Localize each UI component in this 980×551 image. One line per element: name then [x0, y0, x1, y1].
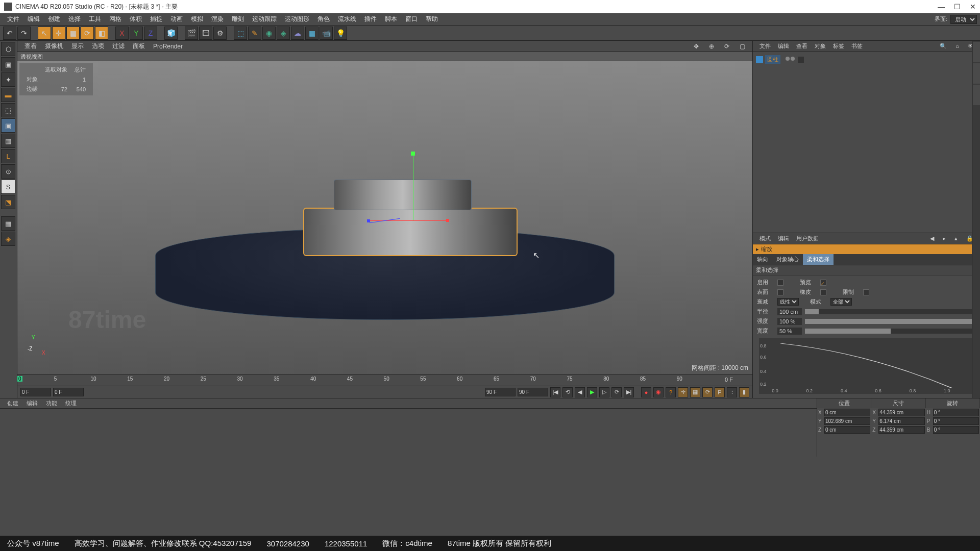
snap-button[interactable]: S [1, 180, 15, 194]
object-tree[interactable]: 圆柱 [753, 52, 980, 233]
view-zoom-icon[interactable]: ⊕ [705, 42, 718, 51]
edge-mode-button[interactable]: ▣ [1, 118, 15, 133]
mat-create[interactable]: 创建 [3, 398, 22, 408]
key-scale-button[interactable]: ▦ [690, 387, 700, 397]
mode-select[interactable]: 全部 [830, 298, 852, 306]
point-mode-button[interactable]: ⬚ [1, 103, 15, 117]
scale-tool[interactable]: ▦ [66, 27, 80, 40]
om-search-icon[interactable]: 🔍 [936, 42, 950, 51]
move-tool[interactable]: ✛ [52, 27, 65, 40]
menu-anim[interactable]: 动画 [166, 13, 187, 25]
size-y-field[interactable] [878, 417, 924, 425]
render-view-button[interactable]: 🎬 [185, 27, 198, 40]
phong-tag-icon[interactable] [798, 57, 804, 63]
size-x-field[interactable] [878, 409, 924, 416]
key-rot-button[interactable]: ⟳ [702, 387, 713, 397]
texture-mode-button[interactable]: ✦ [1, 72, 15, 87]
am-userdata[interactable]: 用户数据 [793, 234, 822, 243]
pos-z-field[interactable] [824, 426, 870, 434]
menu-help[interactable]: 帮助 [422, 13, 442, 25]
menu-tracker[interactable]: 运动跟踪 [248, 13, 281, 25]
menu-sim[interactable]: 模拟 [187, 13, 207, 25]
size-z-field[interactable] [878, 426, 924, 434]
axis-y-button[interactable]: Y [130, 27, 143, 40]
menu-volume[interactable]: 体积 [126, 13, 146, 25]
menu-tools[interactable]: 工具 [85, 13, 105, 25]
om-edit[interactable]: 编辑 [774, 41, 793, 51]
minimize-button[interactable]: — [938, 3, 945, 11]
falloff-select[interactable]: 线性 [777, 298, 799, 306]
start-frame-field[interactable] [20, 388, 51, 396]
object-row-cylinder[interactable]: 圆柱 [755, 54, 978, 65]
menu-file[interactable]: 文件 [3, 13, 23, 25]
undo-button[interactable]: ↶ [3, 27, 16, 40]
strength-value[interactable]: 100 % [777, 318, 802, 325]
attr-tab-axis[interactable]: 轴向 [753, 254, 772, 265]
key-param-button[interactable]: P [715, 387, 725, 397]
menu-character[interactable]: 角色 [313, 13, 334, 25]
enable-checkbox[interactable] [777, 280, 783, 286]
end-frame-field[interactable] [485, 388, 516, 396]
viewport-3d[interactable]: 选取对象总计 对象1 边缘72540 ↖ 87time YX-Z [17, 61, 752, 374]
bulb-button[interactable]: 💡 [334, 27, 347, 40]
mat-texture[interactable]: 纹理 [61, 398, 81, 408]
spline-pen-button[interactable]: ✎ [248, 27, 261, 40]
attr-tab-objaxis[interactable]: 对象轴心 [772, 254, 803, 265]
axis-z-button[interactable]: Z [144, 27, 157, 40]
radius-slider[interactable] [805, 309, 976, 314]
radius-value[interactable]: 100 cm [777, 308, 802, 315]
render-settings-button[interactable]: ⚙ [213, 27, 227, 40]
view-view[interactable]: 查看 [20, 41, 41, 52]
view-display[interactable]: 显示 [67, 41, 88, 52]
menu-edit[interactable]: 编辑 [23, 13, 44, 25]
axis-x-button[interactable]: X [115, 27, 129, 40]
workplane-snap-button[interactable]: ⬔ [1, 195, 15, 209]
select-tool[interactable]: ↖ [38, 27, 51, 40]
mat-edit[interactable]: 编辑 [22, 398, 42, 408]
rot-p-field[interactable] [933, 417, 979, 425]
key-all-button[interactable]: ▮ [739, 387, 749, 397]
om-home-icon[interactable]: ⌂ [952, 42, 963, 51]
view-options[interactable]: 选项 [88, 41, 108, 52]
maximize-button[interactable]: ☐ [954, 3, 961, 11]
visibility-dot-render[interactable] [791, 57, 795, 61]
om-bookmarks[interactable]: 书签 [848, 41, 866, 51]
environment-button[interactable]: ☁ [291, 27, 304, 40]
end-frame-field-2[interactable] [518, 388, 548, 396]
uv-button[interactable]: ◈ [1, 232, 15, 246]
rotate-tool[interactable]: ⟳ [81, 27, 94, 40]
menu-render[interactable]: 渲染 [207, 13, 228, 25]
om-object[interactable]: 对象 [811, 41, 829, 51]
view-prorender[interactable]: ProRender [149, 42, 187, 51]
dock-tab-1[interactable] [973, 42, 980, 62]
render-pv-button[interactable]: 🎞 [199, 27, 212, 40]
falloff-graph[interactable]: 0.8 0.6 0.4 0.2 0.0 0.2 0.4 0.6 0.8 1.0 [759, 338, 974, 394]
key-pos-button[interactable]: ✛ [678, 387, 688, 397]
strength-slider[interactable] [805, 319, 976, 324]
menu-script[interactable]: 脚本 [381, 13, 401, 25]
surface-checkbox[interactable] [777, 289, 783, 295]
menu-sculpt[interactable]: 雕刻 [228, 13, 248, 25]
menu-window[interactable]: 窗口 [401, 13, 422, 25]
next-frame-button[interactable]: ▷ [599, 387, 609, 397]
width-value[interactable]: 50 % [777, 328, 802, 335]
am-edit[interactable]: 编辑 [774, 234, 793, 243]
autokey-button[interactable]: ◉ [653, 387, 664, 397]
menu-snap[interactable]: 捕捉 [146, 13, 166, 25]
coord-system-button[interactable]: 🧊 [164, 27, 178, 40]
rubber-checkbox[interactable] [820, 289, 826, 295]
record-button[interactable]: ● [641, 387, 651, 397]
key-options-button[interactable]: ⋮ [727, 387, 737, 397]
keyframe-help-button[interactable]: ? [666, 387, 676, 397]
dock-tab-2[interactable] [973, 63, 980, 84]
am-up-icon[interactable]: ▴ [951, 234, 961, 243]
mat-function[interactable]: 功能 [42, 398, 61, 408]
goto-start-button[interactable]: |◀ [550, 387, 560, 397]
preview-checkbox[interactable] [820, 280, 826, 286]
am-mode[interactable]: 模式 [756, 234, 774, 243]
view-panel[interactable]: 面板 [129, 41, 149, 52]
view-filter[interactable]: 过滤 [108, 41, 129, 52]
polygon-mode-button[interactable]: ▦ [1, 134, 15, 148]
start-frame-field-2[interactable] [53, 388, 84, 396]
light-button[interactable]: 📹 [320, 27, 333, 40]
